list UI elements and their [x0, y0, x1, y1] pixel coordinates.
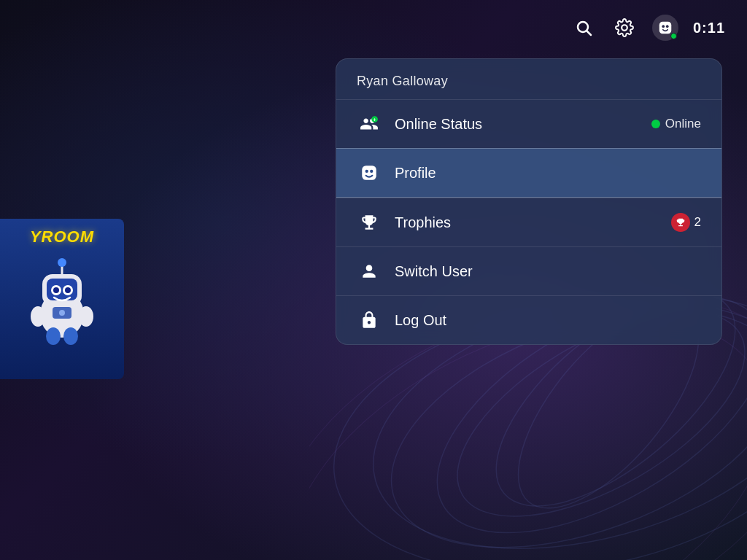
svg-point-34 — [370, 170, 373, 173]
trophies-label: Trophies — [395, 214, 671, 231]
svg-point-14 — [53, 287, 59, 293]
svg-text:+: + — [373, 117, 376, 122]
top-bar: 0:11 — [570, 15, 725, 41]
svg-point-26 — [622, 25, 627, 31]
trophy-count-badge — [671, 213, 690, 232]
logout-label: Log Out — [395, 312, 701, 329]
svg-point-15 — [65, 287, 71, 293]
trophy-count-text: 2 — [694, 215, 701, 230]
trophies-icon — [357, 210, 382, 235]
profile-menu-icon — [357, 160, 382, 185]
svg-point-17 — [58, 258, 66, 267]
game-title-text: YROOM — [30, 228, 94, 246]
svg-point-28 — [662, 25, 665, 28]
trophy-badge-container: 2 — [671, 213, 701, 232]
gear-icon — [615, 18, 634, 37]
online-status-icon: + — [357, 112, 382, 136]
settings-button[interactable] — [611, 15, 638, 41]
menu-item-trophies[interactable]: Trophies 2 — [336, 198, 721, 246]
svg-point-33 — [365, 170, 368, 173]
online-status-label: Online Status — [395, 116, 651, 133]
online-indicator-dot — [670, 33, 677, 39]
menu-item-online-status[interactable]: + Online Status Online — [336, 99, 721, 148]
menu-item-switch-user[interactable]: Switch User — [336, 246, 721, 295]
online-status-badge: Online — [651, 117, 701, 131]
svg-rect-27 — [659, 22, 672, 34]
menu-item-logout[interactable]: Log Out — [336, 295, 721, 344]
svg-point-18 — [31, 306, 45, 327]
logout-icon — [357, 308, 382, 332]
menu-item-profile[interactable]: Profile — [336, 148, 721, 198]
svg-point-29 — [666, 25, 669, 28]
menu-username: Ryan Galloway — [336, 59, 721, 99]
profile-label: Profile — [395, 165, 701, 182]
svg-point-23 — [59, 310, 65, 316]
search-icon — [575, 19, 592, 36]
svg-rect-32 — [362, 166, 376, 180]
svg-point-20 — [46, 327, 61, 345]
profile-icon-button[interactable] — [652, 15, 678, 41]
svg-point-21 — [63, 327, 78, 345]
time-display: 0:11 — [693, 20, 725, 36]
online-status-text: Online — [665, 117, 701, 131]
robot-figure — [22, 252, 102, 347]
switch-user-icon — [357, 259, 382, 284]
switch-user-label: Switch User — [395, 263, 701, 280]
svg-point-19 — [79, 306, 93, 327]
svg-line-25 — [587, 31, 591, 36]
user-menu-panel: Ryan Galloway + Online Status Online Pro… — [336, 58, 722, 345]
game-thumbnail: YROOM — [0, 219, 124, 379]
online-dot — [651, 120, 660, 128]
search-button[interactable] — [570, 15, 597, 41]
